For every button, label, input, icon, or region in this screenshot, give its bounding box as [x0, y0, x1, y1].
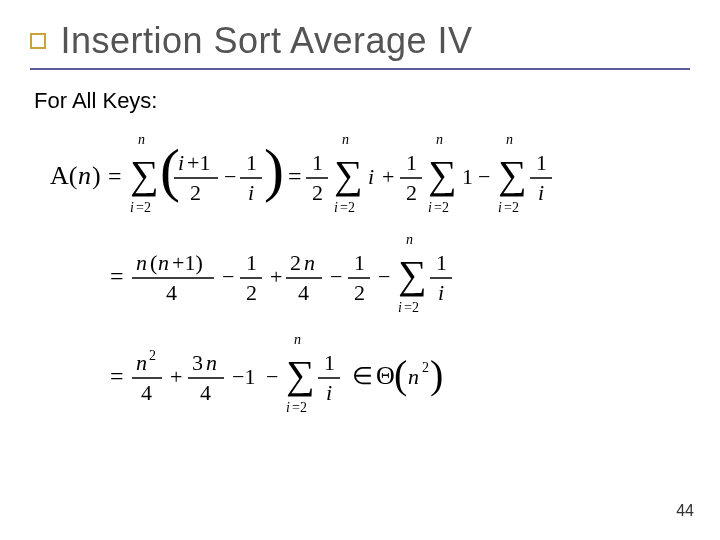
- svg-text:i: i: [286, 400, 290, 415]
- svg-text:∈: ∈: [352, 363, 373, 389]
- svg-text:∑: ∑: [398, 252, 427, 297]
- svg-text:n: n: [406, 232, 413, 247]
- svg-text:−1: −1: [232, 364, 255, 389]
- svg-text:−: −: [478, 164, 490, 189]
- svg-text:4: 4: [200, 380, 211, 405]
- svg-text:n: n: [436, 132, 443, 147]
- svg-text:∑: ∑: [334, 152, 363, 197]
- equation-line-2: = n ( n +1) 4 − 1 2 + 2 n 4 − 1 2 −: [30, 226, 690, 326]
- equation-line-1: A( n ) = ∑ n i =2 ( i +1 2 − 1 i ) =: [30, 126, 690, 226]
- svg-text:1: 1: [246, 250, 257, 275]
- svg-text:i: i: [538, 180, 544, 205]
- svg-text:): ): [430, 352, 443, 397]
- svg-text:i: i: [438, 280, 444, 305]
- svg-text:n: n: [136, 350, 147, 375]
- svg-text:n: n: [78, 161, 91, 190]
- svg-text:2: 2: [422, 360, 429, 375]
- svg-text:n: n: [506, 132, 513, 147]
- slide-subtitle: For All Keys:: [34, 88, 690, 114]
- svg-text:4: 4: [141, 380, 152, 405]
- svg-text:i: i: [130, 200, 134, 215]
- svg-text:n: n: [342, 132, 349, 147]
- svg-text:1: 1: [536, 150, 547, 175]
- svg-text:=: =: [288, 163, 302, 189]
- svg-text:): ): [92, 161, 101, 190]
- svg-text:(: (: [394, 352, 407, 397]
- svg-text:+1: +1: [187, 150, 210, 175]
- svg-text:−: −: [378, 264, 390, 289]
- svg-text:Θ: Θ: [376, 361, 395, 390]
- svg-text:4: 4: [166, 280, 177, 305]
- svg-text:n: n: [138, 132, 145, 147]
- svg-text:+1): +1): [172, 250, 203, 275]
- svg-text:=2: =2: [340, 200, 355, 215]
- svg-text:+: +: [170, 364, 182, 389]
- title-area: Insertion Sort Average IV: [30, 20, 690, 70]
- equation-line-3: = n 2 4 + 3 n 4 −1 − ∑ n i =2 1 i ∈ Θ: [30, 326, 690, 426]
- svg-text:(: (: [150, 250, 157, 275]
- slide-title: Insertion Sort Average IV: [60, 20, 472, 62]
- svg-text:2: 2: [354, 280, 365, 305]
- svg-text:2: 2: [290, 250, 301, 275]
- svg-text:−: −: [266, 364, 278, 389]
- svg-text:): ): [264, 137, 284, 203]
- svg-text:i: i: [398, 300, 402, 315]
- svg-text:−: −: [222, 264, 234, 289]
- svg-text:=2: =2: [404, 300, 419, 315]
- svg-text:1: 1: [436, 250, 447, 275]
- svg-text:+: +: [382, 164, 394, 189]
- svg-text:−: −: [224, 164, 236, 189]
- svg-text:2: 2: [406, 180, 417, 205]
- svg-text:n: n: [304, 250, 315, 275]
- svg-text:+: +: [270, 264, 282, 289]
- svg-text:=: =: [110, 263, 124, 289]
- svg-text:2: 2: [190, 180, 201, 205]
- svg-text:1: 1: [406, 150, 417, 175]
- svg-text:4: 4: [298, 280, 309, 305]
- svg-text:n: n: [206, 350, 217, 375]
- svg-text:∑: ∑: [130, 152, 159, 197]
- svg-text:1: 1: [312, 150, 323, 175]
- svg-text:1: 1: [324, 350, 335, 375]
- svg-text:n: n: [158, 250, 169, 275]
- svg-text:−: −: [330, 264, 342, 289]
- page-number: 44: [676, 502, 694, 520]
- slide: Insertion Sort Average IV For All Keys: …: [0, 0, 720, 540]
- svg-text:A(: A(: [50, 161, 77, 190]
- svg-text:i: i: [368, 164, 374, 189]
- svg-text:2: 2: [246, 280, 257, 305]
- svg-text:i: i: [248, 180, 254, 205]
- svg-text:=: =: [110, 363, 124, 389]
- svg-text:1: 1: [354, 250, 365, 275]
- title-accent-icon: [30, 33, 46, 49]
- svg-text:i: i: [334, 200, 338, 215]
- svg-text:i: i: [178, 150, 184, 175]
- svg-text:=2: =2: [292, 400, 307, 415]
- svg-text:n: n: [408, 364, 419, 389]
- svg-text:1: 1: [462, 164, 473, 189]
- svg-text:3: 3: [192, 350, 203, 375]
- svg-text:n: n: [136, 250, 147, 275]
- svg-text:2: 2: [149, 348, 156, 363]
- svg-text:2: 2: [312, 180, 323, 205]
- svg-text:i: i: [326, 380, 332, 405]
- svg-text:=: =: [108, 163, 122, 189]
- svg-text:n: n: [294, 332, 301, 347]
- svg-text:∑: ∑: [428, 152, 457, 197]
- svg-text:=2: =2: [136, 200, 151, 215]
- svg-text:i: i: [428, 200, 432, 215]
- svg-text:1: 1: [246, 150, 257, 175]
- svg-text:∑: ∑: [498, 152, 527, 197]
- svg-text:(: (: [160, 137, 180, 203]
- svg-text:∑: ∑: [286, 352, 315, 397]
- svg-text:i: i: [498, 200, 502, 215]
- svg-text:=2: =2: [434, 200, 449, 215]
- svg-text:=2: =2: [504, 200, 519, 215]
